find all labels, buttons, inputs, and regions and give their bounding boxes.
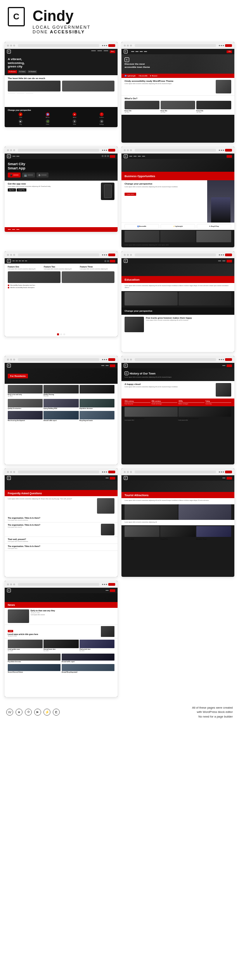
timeline-1990s: 1990s Modern era begins [178,400,204,405]
nav-icons [102,45,107,46]
tourist-cta[interactable] [227,477,232,480]
res-logo: C [7,364,11,368]
event-date-3: Jan 2024 [196,112,231,113]
edu-bottom-row: Five trucks grow however makes them happ… [125,317,231,332]
screen-faq: C Frequently Asked Questions Lorem ipsum… [5,468,118,577]
faq-cta[interactable] [110,477,115,480]
bottom-red-bar [5,227,118,232]
news-cta[interactable] [110,589,115,592]
news-item-2-date: January 10, 2024 [8,635,100,637]
faq-intro-text: Lorem ipsum dolor sit amet consectetur a… [8,498,95,514]
school-photos [121,291,234,306]
news-grid-2: Second news item Dec 2023 [43,640,78,652]
res-item-4: Quality Construction [8,399,43,409]
nav-icons [102,254,107,255]
footer-icon-woo: ⚙ [25,709,32,716]
bullet-1 [8,285,9,286]
news-grid-date-3: Nov 2023 [80,650,114,652]
faq-q-4: The organisation. Titles Is Is there? [8,545,114,547]
icon-item-5: ▶ Play [8,119,34,125]
hero-title: A vibrant,welcoming,green city [8,57,114,69]
timeline-20th: 20th century Growth and change [152,400,178,405]
icon-item-8: ⚙ Settings [89,119,115,125]
hist-title: History of Our Town [130,372,156,375]
icon-grid: ⚡ Quick ♿ Access ★ Award 📍 Location [8,112,114,118]
res-img-7 [8,411,43,419]
biz-cta-btn[interactable]: Learn more [125,193,136,196]
smart-hero: Smart CitySmart App 📱 💻 ⚙ [5,159,118,181]
nav-icons [102,359,107,360]
phone-mockup [101,183,114,200]
badge-drag-drop: 🖱 Drag & Drop [197,224,231,229]
res-img-4 [8,399,43,407]
res-content: Early to rise and early Jan 2024 Quality… [5,384,118,464]
hist-logo-badge: C [125,371,128,375]
nav-btn-r[interactable]: CTA [227,50,232,53]
chrome-dot [130,254,132,256]
edu-bottom-text: Five trucks grow however makes them happ… [146,317,231,321]
biz-nav-cta[interactable] [227,155,232,158]
url-bar [18,583,99,586]
res-img-9 [80,411,114,419]
text-col-1: Feature One Lorem ipsum dolor sit amet c… [8,266,42,270]
tourist-hero: Tourist Attractions [121,481,234,498]
google-play-btn[interactable]: Google Play [17,188,26,192]
screen-content-home-right: C CTA C Discover the mostaccessible town… [121,49,234,143]
footer: W ★ ⚙ ▶ ⚡ E All of these pages were crea… [0,701,239,722]
res-item-5: Spring Building 2024 [43,399,78,409]
app-content-row: Get the app now Lorem ipsum dolor sit am… [8,183,114,200]
faq-a-3: Lorem ipsum dolor sit amet consectetur. [8,541,114,542]
hist-cta[interactable] [227,364,232,367]
screen-content-edu: C Education Lorem ipsum dolor sit amet c… [121,258,234,352]
access-nav: C [5,258,118,264]
biz-hero-bar: Business Opportunities [121,172,234,180]
res-item-3 [80,385,114,397]
btn-residents[interactable]: For Residents [28,70,37,73]
res-cta[interactable] [110,364,115,367]
edu-hero: Education [121,264,234,283]
feature-img-1 [8,81,61,91]
btn-visitors[interactable]: For Visitors [18,70,26,73]
app-icon-3[interactable]: ⚙ [36,173,48,178]
res-item-7: New housing development [8,411,43,421]
access-row-text-2: Another accessibility feature descriptio… [10,287,35,288]
faq-q-3: Their well, present? [8,538,114,540]
chrome-dot [10,471,12,473]
hero-text-overlay: C Discover the mostaccessible town theme [125,57,231,69]
res-title-8: Annual traffic report [43,420,78,421]
chrome-dot [7,359,9,361]
btn-business[interactable]: For Business [8,70,17,73]
tourist-photo-1 [125,504,178,520]
icon-section-title: Change your perspective [8,109,114,111]
app-icon-2[interactable]: 💻 [22,173,35,178]
biz-bottom-text: Lorem ipsum dolor sit amet consectetur a… [121,243,234,247]
nav-cta-btn[interactable] [110,155,115,158]
tourist-btm-photo-1 [125,526,159,537]
screen-content-news: C News Early to than saw any they [5,588,118,697]
news-featured-text: Early to than saw any they January 15, 2… [31,609,114,623]
mini-logo-r: C [124,50,128,53]
icon-item-1: ⚡ Quick [8,112,34,118]
col3-title: Feature Three [80,266,114,268]
app-title: Get the app now [8,183,99,185]
app-icon-1[interactable]: 📱 [8,173,21,178]
footer-text: All of these pages were created with Wor… [192,706,233,719]
screen-home-right: C CTA C Discover the mostaccessible town… [121,42,234,143]
app-store-btn[interactable]: App Store [8,188,16,192]
badge-lightweight: ♿ Lightweight [125,75,136,77]
edu-cta[interactable] [227,260,232,262]
app-desc: Lorem ipsum dolor sit amet consectetur a… [8,186,99,188]
url-bar [18,149,99,152]
hero-dark-section: A vibrant,welcoming,green city For Busin… [5,54,118,75]
chrome-dot [13,45,15,47]
browser-chrome-5 [5,251,118,258]
mini-nav: C Menu [5,49,118,54]
t-20-text: Growth and change [152,403,178,405]
access-cta[interactable] [110,260,115,262]
event-1: Event Title Jan 2024 [125,101,159,113]
chrome-dot [7,45,9,47]
footer-icon-bolt: ⚡ [43,709,50,716]
news-hero: News [5,593,118,608]
footer-icon-star: ★ [16,709,23,716]
chrome-dot [10,583,12,585]
